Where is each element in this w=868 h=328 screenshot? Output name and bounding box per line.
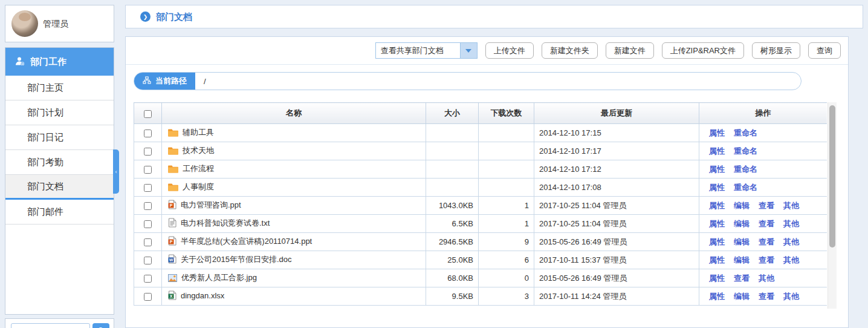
tree-view-button[interactable]: 树形显示 [752, 42, 800, 59]
jpg-icon [168, 274, 177, 284]
toolbar: 查看共享部门文档 上传文件新建文件夹新建文件上传ZIP&RAR文件树形显示查询 [126, 37, 848, 65]
file-name[interactable]: 关于公司2015年节假日安排.doc [181, 255, 292, 264]
download-count: 9 [479, 233, 534, 251]
row-checkbox[interactable] [144, 130, 152, 137]
op-rename-link[interactable]: 重命名 [734, 183, 757, 192]
content-panel: 查看共享部门文档 上传文件新建文件夹新建文件上传ZIP&RAR文件树形显示查询 … [125, 36, 849, 328]
op-view-link[interactable]: 查看 [759, 292, 774, 301]
row-checkbox[interactable] [144, 238, 152, 246]
row-checkbox[interactable] [144, 166, 152, 174]
op-attributes-link[interactable]: 属性 [709, 219, 725, 228]
select-arrow-button[interactable] [461, 42, 478, 59]
op-edit-link[interactable]: 编辑 [734, 201, 750, 210]
file-name[interactable]: 技术天地 [183, 146, 214, 155]
op-edit-link[interactable]: 编辑 [734, 255, 750, 264]
table-row: P半年度总结(大会宣讲稿)20110714.ppt2946.5KB92015-0… [134, 233, 828, 251]
query-button[interactable]: 查询 [808, 42, 841, 59]
row-checkbox[interactable] [144, 148, 152, 156]
row-checkbox[interactable] [144, 293, 152, 301]
op-view-link[interactable]: 查看 [759, 255, 774, 264]
file-name[interactable]: 电力管理咨询.ppt [181, 200, 241, 209]
op-edit-link[interactable]: 编辑 [734, 219, 750, 228]
file-name[interactable]: 工作流程 [183, 164, 214, 173]
op-other-link[interactable]: 其他 [783, 237, 799, 246]
svg-text:W: W [169, 258, 173, 262]
file-name[interactable]: 辅助工具 [183, 128, 214, 137]
row-checkbox[interactable] [144, 184, 152, 192]
last-updated: 2017-10-25 11:04 管理员 [534, 197, 699, 215]
sidebar-item-plan[interactable]: 部门计划 [5, 100, 114, 125]
sidebar-item-department-work[interactable]: 部门工作 [5, 48, 114, 76]
op-edit-link[interactable]: 编辑 [734, 237, 750, 246]
xlsx-icon: X [168, 290, 177, 302]
op-attributes-link[interactable]: 属性 [709, 165, 725, 174]
search-input[interactable] [11, 323, 90, 328]
op-other-link[interactable]: 其他 [783, 292, 799, 301]
new-file-button[interactable]: 新建文件 [606, 42, 654, 59]
file-name[interactable]: 优秀新人员工合影.jpg [181, 273, 257, 282]
download-count [479, 179, 534, 197]
user-name: 管理员 [43, 19, 68, 30]
arrow-bullet-icon: ❯ [140, 11, 151, 22]
page-title: 部门文档 [156, 5, 192, 28]
folder-icon [168, 128, 178, 139]
op-attributes-link[interactable]: 属性 [709, 128, 725, 137]
last-updated: 2014-12-10 17:15 [534, 124, 699, 142]
select-all-checkbox[interactable] [144, 110, 152, 118]
upload-file-button[interactable]: 上传文件 [485, 42, 534, 59]
table-scrollbar-thumb[interactable] [829, 105, 835, 248]
op-other-link[interactable]: 其他 [783, 255, 799, 264]
op-other-link[interactable]: 其他 [783, 219, 799, 228]
last-updated: 2014-12-10 17:12 [534, 160, 699, 179]
op-attributes-link[interactable]: 属性 [709, 292, 725, 301]
new-folder-button[interactable]: 新建文件夹 [542, 42, 598, 59]
op-view-link[interactable]: 查看 [759, 201, 774, 210]
op-attributes-link[interactable]: 属性 [709, 146, 725, 156]
table-row: Xdingdan.xlsx9.5KB32017-10-11 14:24 管理员属… [134, 287, 828, 306]
sidebar-item-home[interactable]: 部门主页 [5, 76, 114, 100]
op-view-link[interactable]: 查看 [759, 237, 774, 246]
op-attributes-link[interactable]: 属性 [709, 201, 725, 210]
sidebar-item-diary[interactable]: 部门日记 [5, 125, 114, 150]
table-row: 技术天地2014-12-10 17:17属性重命名 [134, 142, 828, 160]
file-name[interactable]: dingdan.xlsx [181, 291, 224, 300]
op-attributes-link[interactable]: 属性 [709, 237, 725, 246]
search-button[interactable] [92, 323, 109, 328]
op-rename-link[interactable]: 重命名 [734, 165, 757, 174]
op-other-link[interactable]: 其他 [759, 274, 774, 283]
op-attributes-link[interactable]: 属性 [709, 274, 725, 283]
sidebar-item-documents[interactable]: 部门文档 [5, 175, 114, 200]
file-name[interactable]: 半年度总结(大会宣讲稿)20110714.ppt [181, 237, 312, 246]
file-size: 1043.0KB [426, 197, 479, 215]
row-checkbox[interactable] [144, 202, 152, 210]
current-path-bar: 当前路径 / [134, 72, 802, 90]
svg-text:P: P [170, 203, 173, 208]
last-updated: 2014-12-10 17:17 [534, 142, 699, 160]
row-checkbox[interactable] [144, 220, 152, 228]
file-size: 9.5KB [426, 287, 479, 306]
sidebar-collapse-handle[interactable]: ‹ [113, 149, 119, 194]
file-size: 2946.5KB [426, 233, 479, 251]
file-name[interactable]: 电力科普知识竞赛试卷.txt [181, 218, 270, 228]
file-name[interactable]: 人事制度 [183, 182, 214, 191]
current-path-label: 当前路径 [155, 76, 187, 87]
op-view-link[interactable]: 查看 [759, 219, 774, 228]
op-view-link[interactable]: 查看 [734, 274, 750, 283]
document-table: 名称 大小 下载次数 最后更新 操作 辅助工具2014-12-10 17:15属… [134, 102, 827, 307]
op-attributes-link[interactable]: 属性 [709, 255, 725, 264]
op-rename-link[interactable]: 重命名 [734, 146, 757, 156]
upload-zip-rar-button[interactable]: 上传ZIP&RAR文件 [662, 42, 744, 59]
row-checkbox[interactable] [144, 257, 152, 264]
op-rename-link[interactable]: 重命名 [734, 128, 757, 137]
view-mode-select[interactable]: 查看共享部门文档 [375, 42, 478, 59]
op-edit-link[interactable]: 编辑 [734, 292, 750, 301]
page-header: ❯ 部门文档 [125, 5, 863, 28]
row-checkbox[interactable] [144, 275, 152, 283]
op-other-link[interactable]: 其他 [783, 201, 799, 210]
folder-icon [168, 165, 178, 175]
sidebar-item-attendance[interactable]: 部门考勤 [5, 150, 114, 175]
sidebar-item-mail[interactable]: 部门邮件 [5, 200, 114, 225]
sidebar-search-panel [5, 318, 114, 328]
table-scrollbar-track[interactable] [828, 102, 837, 309]
op-attributes-link[interactable]: 属性 [709, 183, 725, 192]
